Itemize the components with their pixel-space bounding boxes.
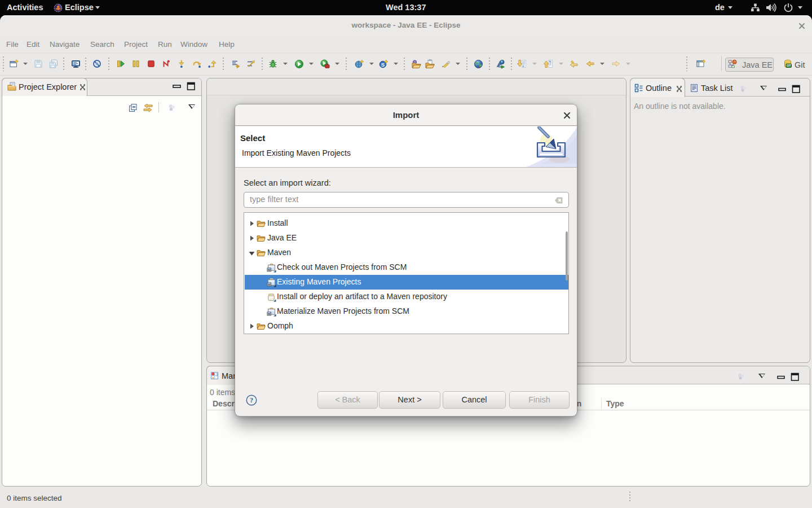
svg-text:M: M (268, 282, 271, 286)
svg-text:M: M (268, 312, 271, 315)
svg-text:M: M (268, 268, 271, 271)
svg-text:GIT: GIT (787, 64, 791, 67)
svg-text:?: ? (250, 396, 253, 404)
svg-text:S: S (381, 62, 385, 68)
